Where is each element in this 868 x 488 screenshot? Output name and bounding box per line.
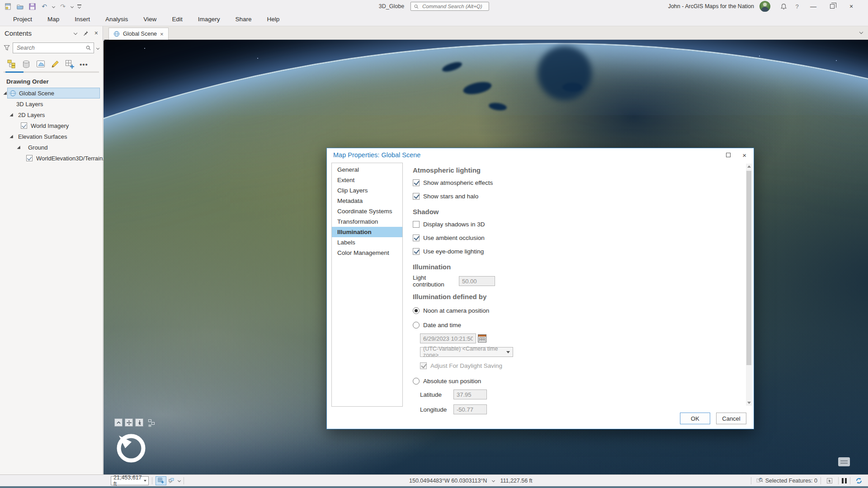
pause-drawing-icon[interactable] — [842, 478, 847, 483]
nav-item-coordinate-systems[interactable]: Coordinate Systems — [332, 206, 402, 216]
tree-row-worldelevation3d[interactable]: WorldElevation3D/Terrain... — [0, 153, 103, 164]
noon-at-camera-row: Noon at camera position — [413, 305, 729, 316]
layer-visibility-checkbox[interactable] — [21, 122, 27, 129]
search-options-chevron-icon[interactable] — [96, 46, 99, 49]
coordinates-chevron-icon[interactable] — [492, 479, 495, 482]
expander-icon[interactable] — [17, 145, 20, 149]
tab-map[interactable]: Map — [40, 13, 67, 26]
tab-help[interactable]: Help — [259, 13, 287, 26]
tab-share[interactable]: Share — [227, 13, 259, 26]
snapping-chevron-icon[interactable] — [178, 479, 181, 482]
attribution-panel-icon[interactable] — [838, 457, 850, 466]
undo-dropdown-icon[interactable] — [52, 5, 55, 8]
chevron-down-icon — [506, 351, 510, 353]
tree-row-3d-layers[interactable]: 3D Layers — [0, 99, 103, 109]
tree-row-elevation-surfaces[interactable]: Elevation Surfaces — [0, 131, 103, 142]
save-project-icon[interactable] — [28, 2, 36, 10]
noon-at-camera-radio[interactable] — [413, 307, 420, 314]
tree-row-world-imagery[interactable]: World Imagery — [0, 120, 103, 131]
tab-well-chevron-icon[interactable] — [859, 30, 863, 34]
restore-button[interactable] — [823, 0, 842, 12]
date-and-time-radio[interactable] — [413, 322, 420, 328]
dialog-close-icon[interactable]: × — [742, 151, 746, 159]
snapping-grid-icon[interactable] — [63, 58, 75, 70]
new-project-icon[interactable] — [4, 2, 12, 10]
minimize-button[interactable]: — — [804, 0, 823, 12]
expander-icon[interactable] — [9, 135, 13, 138]
expander-icon[interactable] — [9, 113, 13, 116]
show-atmospheric-effects-checkbox[interactable] — [413, 179, 420, 186]
snapping-options-icon[interactable] — [166, 476, 177, 485]
panel-menu-chevron-icon[interactable] — [74, 31, 77, 35]
show-stars-halo-checkbox[interactable] — [413, 193, 420, 200]
snapping-toggle-icon[interactable] — [156, 476, 166, 485]
redo-dropdown-icon[interactable] — [71, 5, 74, 8]
close-view-icon[interactable]: × — [160, 31, 164, 38]
edit-pencil-icon[interactable] — [49, 58, 61, 70]
dialog-maximize-icon[interactable] — [726, 153, 731, 157]
contents-header: Contents × — [0, 26, 103, 40]
layer-visibility-checkbox[interactable] — [26, 155, 33, 161]
dialog-scrollbar[interactable] — [746, 164, 752, 406]
nav-item-metadata[interactable]: Metadata — [332, 196, 402, 206]
display-shadows-checkbox[interactable] — [413, 221, 420, 228]
nav-item-color-management[interactable]: Color Management — [332, 248, 402, 258]
redo-icon[interactable]: ↷ — [59, 2, 67, 10]
contents-panel: Contents × — [0, 26, 103, 474]
longitude-input — [453, 404, 487, 414]
navigator-layers-icon[interactable] — [148, 419, 155, 425]
nav-item-general[interactable]: General — [332, 164, 402, 175]
help-icon[interactable]: ? — [790, 1, 804, 12]
contents-search-input[interactable] — [16, 44, 83, 52]
nav-item-labels[interactable]: Labels — [332, 237, 402, 248]
expand-navigator-icon[interactable] — [114, 418, 123, 427]
nav-item-clip-layers[interactable]: Clip Layers — [332, 185, 402, 196]
close-button[interactable]: × — [842, 0, 861, 12]
view-tab-global-scene[interactable]: Global Scene × — [108, 28, 169, 40]
open-project-icon[interactable] — [16, 2, 24, 10]
absolute-sun-position-radio[interactable] — [413, 378, 420, 385]
selection-tool-icon[interactable] — [824, 476, 835, 485]
tab-view[interactable]: View — [136, 13, 164, 26]
scrollbar-thumb[interactable] — [746, 171, 751, 365]
panel-close-icon[interactable]: × — [94, 29, 98, 37]
ok-button[interactable]: OK — [680, 413, 710, 424]
contents-search-box[interactable] — [13, 42, 94, 53]
tab-insert[interactable]: Insert — [67, 13, 98, 26]
pan-icon[interactable] — [125, 418, 133, 427]
ambient-occlusion-checkbox[interactable] — [413, 235, 420, 241]
compass-navigator[interactable] — [113, 430, 148, 466]
filter-funnel-icon[interactable] — [4, 45, 10, 51]
zoom-to-selection-icon[interactable] — [755, 476, 765, 485]
undo-icon[interactable]: ↶ — [40, 2, 48, 10]
tree-row-global-scene[interactable]: Global Scene — [0, 88, 103, 99]
tree-row-ground[interactable]: Ground — [0, 142, 103, 153]
list-by-data-source-icon[interactable] — [20, 58, 32, 70]
refresh-icon[interactable] — [854, 476, 864, 485]
command-search-input[interactable] — [421, 3, 486, 9]
tab-edit[interactable]: Edit — [164, 13, 190, 26]
tab-project[interactable]: Project — [5, 13, 40, 26]
nav-item-extent[interactable]: Extent — [332, 175, 402, 185]
eye-dome-lighting-checkbox[interactable] — [413, 248, 420, 255]
nav-item-transformation[interactable]: Transformation — [332, 216, 402, 227]
expander-icon[interactable] — [3, 91, 6, 94]
tab-imagery[interactable]: Imagery — [190, 13, 228, 26]
nav-item-illumination[interactable]: Illumination — [332, 227, 402, 237]
tab-analysis[interactable]: Analysis — [98, 13, 136, 26]
walk-mode-icon[interactable] — [135, 418, 143, 427]
pin-icon[interactable] — [83, 30, 89, 36]
customize-toolbar-icon[interactable] — [77, 5, 81, 8]
cancel-button[interactable]: Cancel — [716, 413, 746, 424]
tree-row-2d-layers[interactable]: 2D Layers — [0, 109, 103, 120]
notifications-bell-icon[interactable] — [777, 1, 790, 12]
titlebar: ↶ ↷ 3D_Globe John - ArcGIS Maps for the … — [0, 0, 868, 13]
scale-combo[interactable]: 21,453,617 ft — [111, 476, 149, 485]
more-options-icon[interactable]: ••• — [78, 58, 90, 70]
list-by-drawing-order-icon[interactable] — [5, 58, 18, 70]
list-by-selection-icon[interactable] — [34, 58, 47, 70]
user-avatar[interactable] — [760, 1, 770, 12]
command-search-box[interactable] — [410, 2, 489, 11]
scroll-up-icon[interactable] — [747, 165, 751, 168]
scroll-down-icon[interactable] — [747, 402, 751, 404]
